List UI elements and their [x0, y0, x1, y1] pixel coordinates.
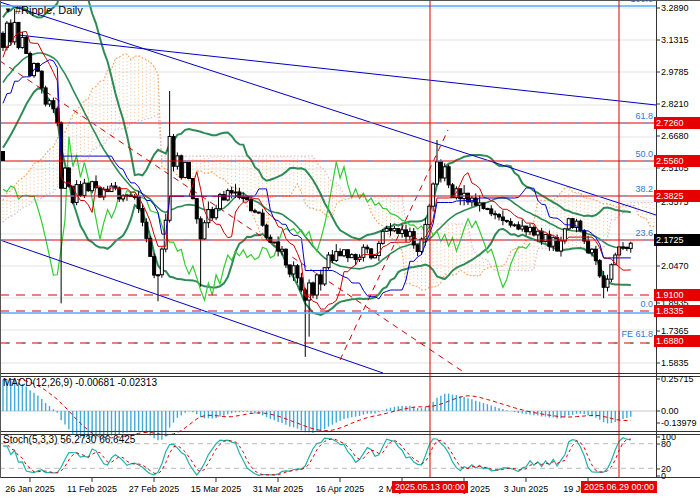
price-level-tag: 2.3825 [654, 190, 700, 202]
fibonacci-level-label: 50.0 [635, 149, 653, 160]
date-axis-label: 27 Feb 2025 [129, 484, 180, 494]
price-axis-label: 3.1315 [661, 34, 689, 46]
symbol-text: #Ripple, Daily [15, 4, 83, 16]
fibonacci-level-label: 0.0 [640, 299, 653, 310]
fibonacci-level-label: 38.2 [635, 184, 653, 195]
macd-axis-label: 0.00 [661, 405, 679, 417]
chart-canvas[interactable] [0, 0, 700, 500]
symbol-label: ▼#Ripple, Daily [4, 4, 83, 16]
date-axis-label: 15 Mar 2025 [191, 484, 242, 494]
price-level-tag: 2.7260 [654, 117, 700, 129]
fibonacci-level-label: 23.6 [635, 228, 653, 239]
price-level-tag: 2.5560 [654, 155, 700, 167]
price-level-tag: 1.9100 [654, 289, 700, 301]
date-axis-label: 31 Mar 2025 [253, 484, 304, 494]
price-axis-label: 2.8210 [661, 98, 689, 110]
trading-chart-window: ▼#Ripple, Daily MACD(12,26,9) -0.00681 -… [0, 0, 700, 500]
price-axis-label: 2.6680 [661, 130, 689, 142]
price-axis-label: 2.0470 [661, 260, 689, 272]
stoch-pane-title: Stoch(5,3,3) 56.2730 66.6425 [3, 434, 135, 445]
price-axis-label: 1.5835 [661, 357, 689, 369]
fibonacci-level-label: 61.8 [635, 111, 653, 122]
date-crosshair-tag: 2025.05.13 00:00 [392, 481, 468, 493]
date-axis-label: 16 Apr 2025 [316, 484, 365, 494]
macd-axis-label: -0.13979 [661, 417, 697, 429]
fibonacci-level-label: FE 61.8 [621, 329, 653, 340]
date-crosshair-tag: 2025.06.29 00:00 [581, 481, 657, 493]
price-axis-label: 2.9785 [661, 66, 689, 78]
macd-pane-title: MACD(12,26,9) -0.00681 -0.02313 [3, 377, 157, 388]
date-axis-label: 3 Jun 2025 [504, 484, 549, 494]
macd-axis-label: 0.25715 [661, 373, 694, 385]
current-price-tag: 2.1725 [654, 234, 700, 246]
stoch-axis-label: 0 [661, 470, 666, 482]
price-level-tag: 1.6880 [654, 335, 700, 347]
price-axis-label: 3.2890 [661, 2, 689, 14]
chevron-down-icon: ▼ [4, 6, 12, 15]
price-level-tag: 1.8335 [654, 305, 700, 317]
stoch-axis-label: 80 [661, 438, 671, 450]
date-axis-label: 26 Jan 2025 [5, 484, 55, 494]
fibonacci-level-label: 100.0 [630, 0, 653, 5]
date-axis-label: 11 Feb 2025 [67, 484, 117, 494]
